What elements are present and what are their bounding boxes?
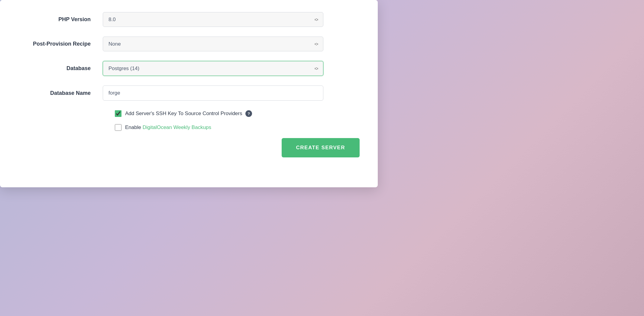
php-version-select[interactable]: 8.0 7.4 7.3 8.1 8.2 (103, 12, 323, 27)
backups-link[interactable]: DigitalOcean Weekly Backups (143, 124, 211, 130)
backups-checkbox-wrapper: Enable DigitalOcean Weekly Backups (115, 124, 211, 131)
database-name-input[interactable] (103, 85, 323, 101)
database-control: Postgres (14) MySQL 8 MariaDB 10 None (103, 61, 323, 76)
post-provision-row: Post-Provision Recipe None (18, 37, 360, 51)
database-name-row: Database Name (18, 85, 360, 101)
ssh-key-checkbox-wrapper: Add Server's SSH Key To Source Control P… (115, 110, 252, 117)
backups-label: Enable DigitalOcean Weekly Backups (125, 124, 211, 131)
ssh-key-help-icon[interactable]: ? (245, 110, 252, 117)
php-version-row: PHP Version 8.0 7.4 7.3 8.1 8.2 (18, 12, 360, 27)
ssh-key-row: Add Server's SSH Key To Source Control P… (115, 110, 360, 117)
ssh-key-label: Add Server's SSH Key To Source Control P… (125, 110, 252, 117)
main-card: PHP Version 8.0 7.4 7.3 8.1 8.2 Post-Pro… (0, 0, 378, 187)
button-row: CREATE SERVER (18, 138, 360, 157)
ssh-key-checkbox[interactable] (115, 110, 121, 117)
create-server-button[interactable]: CREATE SERVER (282, 138, 360, 157)
database-row: Database Postgres (14) MySQL 8 MariaDB 1… (18, 61, 360, 76)
database-name-label: Database Name (18, 90, 103, 96)
php-version-label: PHP Version (18, 16, 103, 23)
backups-checkbox[interactable] (115, 124, 121, 131)
backups-row: Enable DigitalOcean Weekly Backups (115, 124, 360, 131)
database-label: Database (18, 65, 103, 72)
post-provision-control: None (103, 37, 323, 51)
database-name-control (103, 85, 323, 101)
post-provision-label: Post-Provision Recipe (18, 41, 103, 47)
post-provision-select[interactable]: None (103, 37, 323, 51)
database-select[interactable]: Postgres (14) MySQL 8 MariaDB 10 None (103, 61, 323, 76)
php-version-control: 8.0 7.4 7.3 8.1 8.2 (103, 12, 323, 27)
